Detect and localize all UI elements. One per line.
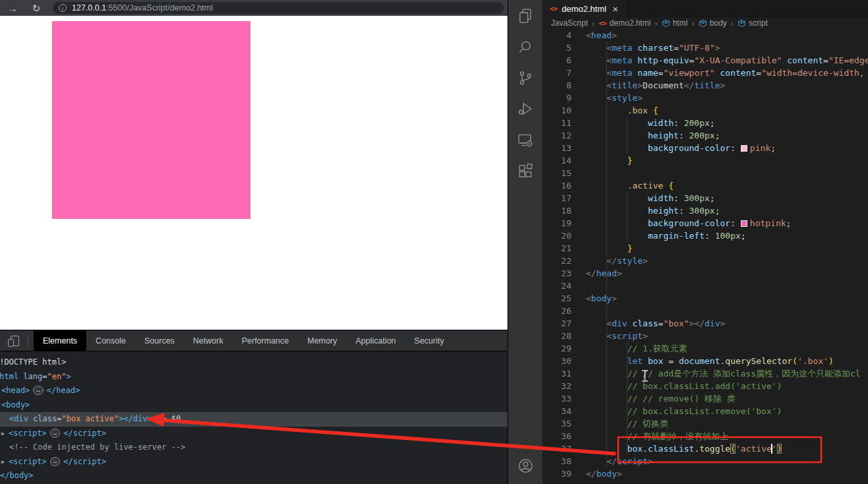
- tab-demo2-html[interactable]: <> demo2.html ×: [542, 0, 625, 17]
- code-line-39[interactable]: 39</body>: [542, 468, 868, 480]
- code-line-26[interactable]: 26: [542, 305, 868, 317]
- code-line-21[interactable]: 21 }: [542, 242, 868, 255]
- devtools-tab-security[interactable]: Security: [405, 330, 453, 351]
- code-line-9[interactable]: 9 <style>: [542, 92, 868, 104]
- collapsed-content-badge[interactable]: …: [33, 386, 43, 395]
- token: [586, 444, 627, 454]
- code-line-22[interactable]: 22 </style>: [542, 255, 868, 267]
- dom-tree-row[interactable]: <head>…</head>: [0, 384, 507, 398]
- devtools-tab-console[interactable]: Console: [86, 330, 135, 351]
- reload-icon[interactable]: ↻: [29, 3, 43, 13]
- close-icon[interactable]: ×: [612, 4, 618, 14]
- code-line-36[interactable]: 36 // 有就删掉，没有就加上: [542, 430, 868, 442]
- line-number: 20: [542, 229, 571, 242]
- color-swatch[interactable]: [741, 220, 747, 227]
- site-info-icon[interactable]: i: [59, 4, 67, 12]
- code-line-35[interactable]: 35 // 切换类: [542, 417, 868, 430]
- dom-tree-row[interactable]: <html lang="en">: [0, 370, 507, 384]
- extensions-icon[interactable]: [508, 155, 542, 186]
- dom-tree-row[interactable]: ▶<script>…</script>: [0, 455, 507, 469]
- code-line-17[interactable]: 17 width: 300px;: [542, 192, 868, 204]
- code-line-37[interactable]: 37 box.classList.toggle('active'): [542, 442, 868, 455]
- breadcrumb-item-html[interactable]: html: [662, 18, 688, 28]
- token: title: [612, 80, 637, 90]
- breadcrumb-item-body[interactable]: body: [699, 18, 727, 28]
- token: "box active": [61, 414, 119, 423]
- token: <html: [0, 372, 23, 381]
- dom-tree-row[interactable]: <body>: [0, 398, 507, 413]
- token: >: [617, 469, 622, 479]
- code-line-13[interactable]: 13 background-color: pink;: [542, 142, 868, 154]
- account-icon[interactable]: [508, 450, 542, 481]
- token: // // remove() 移除 类: [627, 394, 736, 404]
- code-line-16[interactable]: 16 .active {: [542, 179, 868, 192]
- token: :: [705, 231, 715, 241]
- devtools-tab-elements[interactable]: Elements: [34, 330, 86, 351]
- code-line-5[interactable]: 5 <meta charset="UTF-8">: [542, 42, 868, 54]
- code-line-38[interactable]: 38 </script>: [542, 455, 868, 468]
- search-icon[interactable]: [508, 31, 542, 62]
- code-line-24[interactable]: 24: [542, 280, 868, 292]
- token: [586, 93, 606, 103]
- code-line-11[interactable]: 11 width: 200px;: [542, 117, 868, 129]
- code-line-15[interactable]: 15: [542, 167, 868, 179]
- code-line-28[interactable]: 28 <script>: [542, 330, 868, 342]
- line-number: 31: [542, 367, 571, 380]
- source-control-icon[interactable]: [508, 62, 542, 93]
- address-bar[interactable]: i 127.0.0.1:5500/JavaScript/demo2.html: [53, 2, 504, 14]
- dom-tree-row[interactable]: ▶<script>…</script>: [0, 427, 507, 441]
- devtools-tab-memory[interactable]: Memory: [298, 330, 346, 351]
- code-line-20[interactable]: 20 margin-left: 100px;: [542, 229, 868, 242]
- code-line-12[interactable]: 12 height: 200px;: [542, 129, 868, 142]
- code-line-27[interactable]: 27 <div class="box"></div>: [542, 317, 868, 330]
- code-line-7[interactable]: 7 <meta name="viewport" content="width=d…: [542, 67, 868, 79]
- devtools-tab-network[interactable]: Network: [184, 330, 233, 351]
- code-line-32[interactable]: 32 // box.classList.add('active'): [542, 380, 868, 392]
- code-line-14[interactable]: 14 }: [542, 154, 868, 167]
- dom-tree-row[interactable]: </body>: [0, 469, 507, 483]
- devtools-tab-sources[interactable]: Sources: [135, 330, 184, 351]
- url-text[interactable]: 127.0.0.1:5500/JavaScript/demo2.html: [72, 3, 213, 13]
- dom-tree-row[interactable]: <div class="box active"></div> == $0: [0, 412, 507, 427]
- dom-tree-row[interactable]: <!-- Code injected by live-server -->: [0, 440, 507, 455]
- code-line-23[interactable]: 23</head>: [542, 267, 868, 280]
- dom-tree-row[interactable]: <!DOCTYPE html>: [0, 355, 507, 370]
- code-line-31[interactable]: 31 // // add是个方法 添加class属性，因为这个只能添加cl: [542, 367, 868, 380]
- code-line-6[interactable]: 6 <meta http-equiv="X-UA-Compatible" con…: [542, 54, 868, 67]
- token: div: [612, 318, 627, 328]
- expand-arrow-icon[interactable]: ▶: [1, 427, 9, 441]
- token: >: [715, 43, 720, 53]
- code-area[interactable]: 4<head>5 <meta charset="UTF-8">6 <meta h…: [542, 29, 868, 484]
- run-debug-icon[interactable]: [508, 93, 542, 124]
- code-line-29[interactable]: 29 // 1.获取元素: [542, 342, 868, 355]
- expand-arrow-icon[interactable]: ▶: [1, 455, 9, 469]
- breadcrumb-item-demo2-html[interactable]: <>demo2.html: [598, 18, 651, 28]
- code-line-10[interactable]: 10 .box {: [542, 104, 868, 117]
- code-line-34[interactable]: 34 // box.classList.remove('box'): [542, 405, 868, 417]
- code-line-25[interactable]: 25<body>: [542, 292, 868, 305]
- forward-arrow-icon[interactable]: →: [5, 3, 20, 13]
- device-toolbar-icon[interactable]: [7, 334, 21, 348]
- code-line-19[interactable]: 19 background-color: hotpink;: [542, 217, 868, 229]
- browser-toolbar: → ↻ i 127.0.0.1:5500/JavaScript/demo2.ht…: [0, 0, 507, 16]
- color-swatch[interactable]: [741, 145, 747, 152]
- code-line-18[interactable]: 18 height: 300px;: [542, 204, 868, 217]
- code-line-33[interactable]: 33 // // remove() 移除 类: [542, 392, 868, 405]
- devtools-tab-application[interactable]: Application: [346, 330, 405, 351]
- code-line-30[interactable]: 30 let box = document.querySelector('.bo…: [542, 355, 868, 367]
- code-line-4[interactable]: 4<head>: [542, 29, 868, 42]
- token: ;: [715, 206, 720, 216]
- collapsed-content-badge[interactable]: …: [50, 429, 60, 438]
- token: height: [648, 206, 679, 216]
- breadcrumb-item-javascript[interactable]: JavaScript: [551, 18, 588, 28]
- breadcrumb-separator: ›: [592, 18, 594, 28]
- breadcrumb-item-script[interactable]: script: [738, 18, 768, 28]
- code-line-8[interactable]: 8 <title>Document</title>: [542, 79, 868, 92]
- remote-explorer-icon[interactable]: [508, 124, 542, 155]
- devtools-tab-performance[interactable]: Performance: [233, 330, 299, 351]
- explorer-icon[interactable]: [508, 0, 542, 31]
- collapsed-content-badge[interactable]: …: [50, 457, 60, 466]
- rendered-box-element[interactable]: [52, 21, 250, 219]
- token: style: [617, 256, 643, 266]
- devtools-dom-tree[interactable]: <!DOCTYPE html><html lang="en"><head>…</…: [0, 352, 507, 484]
